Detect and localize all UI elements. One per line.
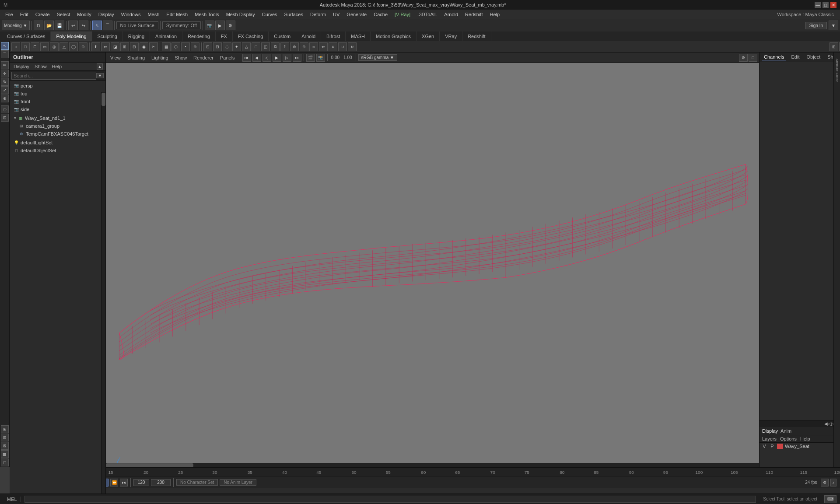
- layout-single[interactable]: ◻: [1, 458, 9, 466]
- sign-in-button[interactable]: Sign In: [805, 22, 827, 29]
- camera-icon-btn[interactable]: 📷: [205, 21, 214, 30]
- tab-mash[interactable]: MASH: [346, 32, 371, 41]
- nav-left2-btn[interactable]: ◁: [828, 421, 831, 426]
- cylinder-btn[interactable]: ⊏: [31, 42, 39, 51]
- playback-settings-btn[interactable]: ⚙: [821, 479, 829, 486]
- tab-animation[interactable]: Animation: [150, 32, 182, 41]
- tab-curves-surfaces[interactable]: Curves / Surfaces: [2, 32, 51, 41]
- menu-arnold[interactable]: Arnold: [441, 11, 462, 18]
- soft-mod[interactable]: ◌: [1, 105, 9, 113]
- layer-entry-wavy-seat[interactable]: V P Wavy_Seat: [760, 443, 840, 450]
- menu-windows[interactable]: Windows: [118, 11, 144, 18]
- tab-fx[interactable]: FX: [216, 32, 233, 41]
- select-face-btn[interactable]: ▦: [162, 42, 171, 51]
- tab-bifrost[interactable]: Bifrost: [321, 32, 346, 41]
- display-tab[interactable]: Display: [762, 428, 778, 434]
- tab-fx-caching[interactable]: FX Caching: [233, 32, 269, 41]
- extrude-btn[interactable]: ⬆: [91, 42, 100, 51]
- poke-btn[interactable]: ✦: [232, 42, 241, 51]
- timeline-hscroll-thumb[interactable]: [106, 463, 193, 467]
- vp-maximize-btn[interactable]: □: [749, 54, 757, 62]
- bevel-btn[interactable]: ◪: [111, 42, 119, 51]
- cone-btn[interactable]: △: [60, 42, 68, 51]
- tree-item-front[interactable]: 📷 front: [10, 98, 105, 105]
- render-btn[interactable]: ▶: [215, 21, 225, 30]
- menu-surfaces[interactable]: Surfaces: [281, 11, 307, 18]
- range-end-input[interactable]: [133, 479, 149, 486]
- vp-screenshot[interactable]: 📸: [316, 54, 325, 62]
- bool-diff-btn[interactable]: ⊍: [338, 42, 347, 51]
- combine-btn[interactable]: ⊕: [290, 42, 299, 51]
- smooth-btn[interactable]: ◌: [223, 42, 231, 51]
- outliner-search-input[interactable]: [11, 72, 96, 80]
- vp-menu-lighting[interactable]: Lighting: [149, 55, 171, 60]
- options-menu[interactable]: Options: [780, 436, 797, 441]
- close-button[interactable]: ✕: [830, 2, 836, 8]
- layout-3[interactable]: ⊠: [1, 442, 9, 450]
- menu-uv[interactable]: UV: [329, 11, 343, 18]
- menu-mesh[interactable]: Mesh: [144, 11, 163, 18]
- tree-item-side[interactable]: 📷 side: [10, 105, 105, 113]
- merge-btn[interactable]: ⊞: [120, 42, 129, 51]
- tree-item-camera-group[interactable]: ⊞ camera1_group: [10, 122, 105, 130]
- tab-arnold[interactable]: Arnold: [296, 32, 321, 41]
- conform-btn[interactable]: ≈: [309, 42, 318, 51]
- color-space-selector[interactable]: sRGB gamma ▼: [358, 54, 397, 61]
- outliner-scrollbar[interactable]: [101, 92, 105, 494]
- mode-dropdown[interactable]: Modeling ▼: [2, 21, 30, 30]
- menu-select[interactable]: Select: [53, 11, 74, 18]
- menu-mesh-tools[interactable]: Mesh Tools: [191, 11, 222, 18]
- vp-play[interactable]: ▶: [273, 54, 281, 62]
- bridge-btn[interactable]: ⇔: [101, 42, 110, 51]
- triangulate-btn[interactable]: △: [242, 42, 251, 51]
- menu-file[interactable]: File: [2, 11, 17, 18]
- sphere-btn[interactable]: ○: [11, 42, 20, 51]
- edit-tab[interactable]: Edit: [789, 54, 801, 60]
- snap-to-grid[interactable]: ⊞: [830, 42, 838, 51]
- tree-item-temp-cam[interactable]: ⊕ TempCamFBXASC046Target: [10, 130, 105, 138]
- new-btn[interactable]: 🗋: [34, 21, 43, 30]
- layers-menu[interactable]: Layers: [762, 436, 777, 441]
- help-menu[interactable]: Help: [800, 436, 810, 441]
- redo-btn[interactable]: ↪: [79, 21, 88, 30]
- lasso-btn[interactable]: ⌒: [103, 21, 112, 30]
- select-tool[interactable]: ↖: [1, 42, 9, 50]
- menu-create[interactable]: Create: [32, 11, 53, 18]
- select-edge-btn[interactable]: ⬡: [172, 42, 180, 51]
- timeline-hscroll[interactable]: [106, 463, 759, 467]
- vp-step-fwd[interactable]: ▷: [283, 54, 291, 62]
- timeline-ruler[interactable]: 1 5 10 15 20 25 30 35 40 45 50 55 60 65 …: [10, 468, 840, 476]
- tab-redshift[interactable]: Redshift: [462, 32, 491, 41]
- vp-next-frame[interactable]: ⏭: [293, 54, 301, 62]
- tab-custom[interactable]: Custom: [269, 32, 296, 41]
- offset-edge-btn[interactable]: ⊟: [213, 42, 222, 51]
- menu-edit[interactable]: Edit: [17, 11, 32, 18]
- split-btn[interactable]: ⊟: [130, 42, 139, 51]
- tab-rigging[interactable]: Rigging: [123, 32, 150, 41]
- tab-sculpting[interactable]: Sculpting: [92, 32, 123, 41]
- plane-btn[interactable]: ▭: [40, 42, 49, 51]
- menu-curves[interactable]: Curves: [259, 11, 281, 18]
- render-settings-btn[interactable]: ⚙: [226, 21, 235, 30]
- max-frame-input[interactable]: [151, 479, 171, 486]
- layer-p-toggle[interactable]: P: [769, 444, 775, 449]
- undo-btn[interactable]: ↩: [68, 21, 78, 30]
- select-vertex-btn[interactable]: •: [181, 42, 190, 51]
- menu-modify[interactable]: Modify: [74, 11, 94, 18]
- tree-item-object-set[interactable]: ◻ defaultObjectSet: [10, 147, 105, 154]
- tab-motion-graphics[interactable]: Motion Graphics: [371, 32, 416, 41]
- outliner-help-menu[interactable]: Help: [51, 63, 63, 70]
- quadrangulate-btn[interactable]: □: [252, 42, 260, 51]
- bool-intersect-btn[interactable]: ⊎: [348, 42, 357, 51]
- fill-hole-btn[interactable]: ◫: [261, 42, 270, 51]
- vp-play-back[interactable]: ◁: [262, 54, 271, 62]
- vp-menu-show[interactable]: Show: [172, 55, 190, 60]
- move-tool[interactable]: ✛: [1, 70, 9, 77]
- paint-select[interactable]: ✏: [1, 61, 9, 69]
- scale-tool[interactable]: ⤢: [1, 86, 9, 94]
- vp-menu-shading[interactable]: Shading: [125, 55, 147, 60]
- no-character-set-label[interactable]: No Character Set: [176, 479, 218, 486]
- menu-3dto[interactable]: -3DToAll-: [414, 11, 441, 18]
- menu-generate[interactable]: Generate: [343, 11, 370, 18]
- tab-rendering[interactable]: Rendering: [182, 32, 216, 41]
